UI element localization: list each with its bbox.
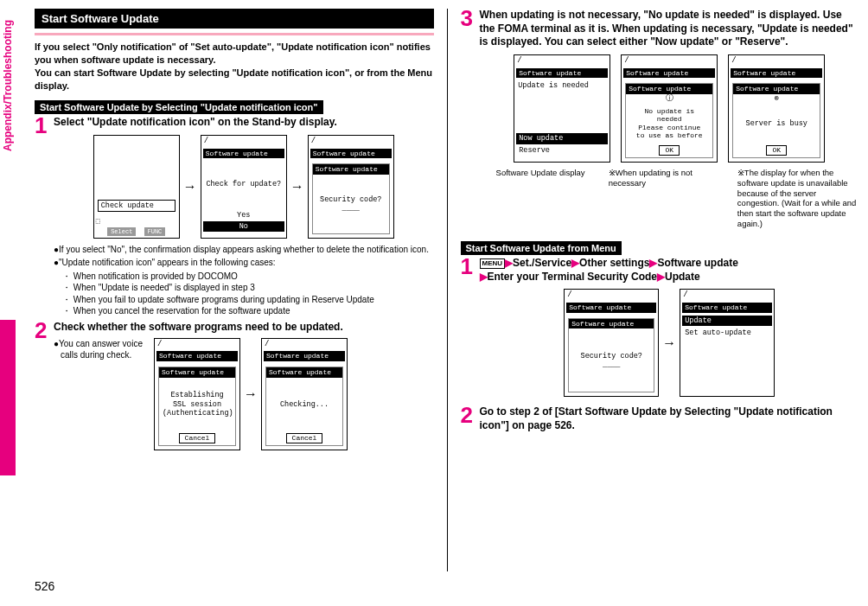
screen-update-needed: / Software update Update is needed Now u… [514,54,610,163]
cancel-button: Cancel [179,433,216,443]
step-number: 2 [461,405,476,436]
section-header: Start Software Update [35,9,434,29]
option-now-update: Now update [516,133,608,144]
screen-body: Check for update? [201,160,286,208]
screen-title: Software update [682,303,772,313]
screen-body: No update is needed Please continue to u… [626,104,712,144]
arrow-icon: → [290,179,304,195]
option-no: No [203,221,284,232]
screen-title: Software update [310,149,392,159]
screen-title: Software update [264,351,345,361]
menu-path: MENU▶Set./Service▶Other settings▶Softwar… [480,257,860,284]
step-1: 1 Select "Update notification icon" on t… [35,116,434,317]
screen-body: Server is busy [733,104,820,144]
subsection-header: Start Software Update by Selecting "Upda… [35,100,323,114]
screen-ssl: / Software update Software update Establ… [154,338,240,450]
sub-bullet: ・ When notification is provided by DOCOM… [54,271,434,283]
screen-update-menu: / Software update Update Set auto-update [680,289,775,397]
option-auto-update: Set auto-update [682,328,772,338]
screen-subtitle: Software update [313,164,389,175]
screen-title: Software update [623,68,715,79]
subsection-header: Start Software Update from Menu [461,241,622,255]
screen-server-busy: / Software update Software update ⊗ Serv… [728,54,825,163]
screen-subtitle: Software update [733,84,820,94]
step-number: 1 [35,116,50,317]
step-2: 2 Check whether the software programs ne… [35,321,434,450]
bullet: ●"Update notification icon" appears in t… [54,257,434,269]
step-number: 1 [461,257,476,402]
caption: ※When updating is not necessary [609,168,731,229]
arrow-icon: → [662,335,676,351]
step-title: Check whether the software programs need… [54,321,434,335]
screen-body: Security code? ____ [569,329,654,392]
info-icon: ⓘ [626,94,712,104]
screen-body: Checking... [266,378,342,431]
arrow-icon: → [244,386,258,402]
bullet: ●If you select "No", the confirmation di… [54,244,434,256]
page-number: 526 [35,579,54,593]
intro-text: If you select "Only notification" of "Se… [35,41,434,92]
sub-bullet: ・ When "Update is needed" is displayed i… [54,282,434,294]
caption: Software Update display [480,168,602,229]
step-number: 2 [35,321,50,450]
error-icon: ⊗ [733,94,820,104]
screen-body: Security code? ____ [313,175,389,233]
screen-title: Software update [566,303,656,313]
option-yes: Yes [203,210,284,220]
left-column: Start Software Update If you select "Onl… [35,9,434,571]
screen-standby: Check update ⬚ Select FUNC [93,135,180,239]
column-divider [447,9,448,571]
screen-subtitle: Software update [159,367,235,378]
menu-chip: MENU [480,258,506,269]
menu-step-2: 2 Go to step 2 of [Start Software Update… [461,405,860,436]
screen-subtitle: Software update [569,319,654,329]
option-reserve: Reserve [516,145,608,156]
step-3: 3 When updating is not necessary, "No up… [461,9,860,229]
step-number: 3 [461,9,476,229]
screen-title: Software update [156,351,238,361]
right-column: 3 When updating is not necessary, "No up… [461,9,860,571]
sub-bullet: ・ When you fail to update software progr… [54,294,434,306]
screen-body: Update is needed [514,80,610,132]
softkey-func: FUNC [144,227,166,236]
menu-step-1: 1 MENU▶Set./Service▶Other settings▶Softw… [461,257,860,402]
screen-subtitle: Software update [626,84,712,94]
ok-button: OK [659,145,680,156]
step-title: When updating is not necessary, "No upda… [480,9,860,49]
screen-no-update: / Software update Software update ⓘ No u… [621,54,718,163]
side-tab-label: Appendix/Troubleshooting [2,20,14,151]
screen-title: Software update [731,68,822,79]
side-tab [0,320,16,475]
screen-title: Software update [516,68,608,79]
screen-checking: / Software update Software update Checki… [261,338,348,450]
caption: ※The display for when the software updat… [737,168,859,229]
arrow-icon: → [183,179,197,195]
screen-confirm: / Software update Check for update? Yes … [201,135,287,239]
ok-button: OK [766,145,787,156]
screen-security-code: / Software update Software update Securi… [564,289,659,397]
screen-security-code: / Software update Software update Securi… [308,135,394,239]
softkey-select: Select [107,227,136,236]
screen-body: Establishing SSL session (Authenticating… [159,378,235,431]
screen-subtitle: Software update [266,367,342,378]
sub-bullet: ・ When you cancel the reservation for th… [54,305,434,317]
cancel-button: Cancel [286,433,323,443]
option-update: Update [682,316,772,326]
screen-row: Check update [98,200,176,212]
screen-title: Software update [203,149,284,159]
step-title: Go to step 2 of [Start Software Update b… [480,405,860,432]
step-title: Select "Update notification icon" on the… [54,116,434,130]
note: ●You can answer voice calls during check… [54,338,149,360]
